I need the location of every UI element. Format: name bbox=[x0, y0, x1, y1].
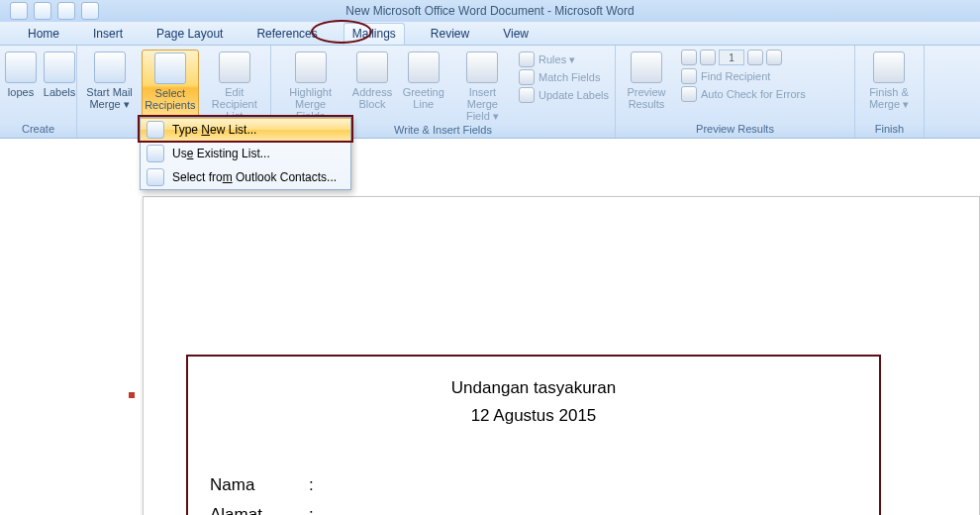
outlook-contacts-icon bbox=[147, 168, 164, 186]
greeting-line-label: Greeting Line bbox=[403, 86, 444, 110]
labels-icon bbox=[44, 52, 75, 83]
select-recipients-button[interactable]: Select Recipients ▾ bbox=[142, 50, 198, 124]
title-bar: New Microsoft Office Word Document - Mic… bbox=[0, 0, 980, 22]
menu-use-existing-list[interactable]: Use Existing List... bbox=[141, 142, 350, 165]
tab-insert[interactable]: Insert bbox=[85, 24, 131, 45]
window-title: New Microsoft Office Word Document - Mic… bbox=[345, 4, 634, 18]
invitation-title: Undangan tasyakuran bbox=[210, 374, 857, 402]
last-record-icon[interactable] bbox=[766, 50, 782, 65]
auto-check-icon bbox=[681, 86, 697, 102]
rules-label: Rules ▾ bbox=[539, 53, 575, 66]
preview-results-button[interactable]: Preview Results bbox=[622, 50, 671, 110]
invitation-box: Undangan tasyakuran 12 Agustus 2015 Nama… bbox=[186, 355, 881, 515]
tab-review[interactable]: Review bbox=[423, 24, 477, 45]
menu-select-outlook-contacts[interactable]: Select from Outlook Contacts... bbox=[141, 165, 350, 189]
highlight-merge-fields-button[interactable]: Highlight Merge Fields bbox=[277, 50, 343, 122]
update-labels-label: Update Labels bbox=[539, 89, 609, 101]
start-mail-merge-icon bbox=[94, 52, 126, 83]
nama-colon: : bbox=[309, 475, 314, 495]
edit-recipient-list-icon bbox=[219, 52, 250, 83]
envelope-icon bbox=[5, 52, 37, 83]
address-block-button[interactable]: Address Block bbox=[349, 50, 395, 110]
document-area: Undangan tasyakuran 12 Agustus 2015 Nama… bbox=[0, 166, 980, 515]
greeting-line-icon bbox=[408, 52, 440, 83]
envelopes-label: lopes bbox=[8, 86, 34, 98]
preview-results-icon bbox=[631, 52, 662, 83]
invitation-date: 12 Agustus 2015 bbox=[210, 402, 857, 430]
menu-type-new-list[interactable]: Type New List... bbox=[141, 118, 350, 142]
highlight-icon bbox=[295, 52, 327, 83]
greeting-line-button[interactable]: Greeting Line bbox=[401, 50, 446, 110]
envelopes-button[interactable]: lopes bbox=[6, 50, 36, 98]
ribbon-tabs: Home Insert Page Layout References Maili… bbox=[0, 22, 980, 46]
insert-merge-field-label: Insert Merge Field ▾ bbox=[454, 86, 511, 122]
tab-view[interactable]: View bbox=[495, 24, 537, 45]
alamat-label: Alamat bbox=[210, 505, 309, 515]
finish-merge-button[interactable]: Finish & Merge ▾ bbox=[861, 50, 917, 110]
update-labels-button[interactable]: Update Labels bbox=[519, 87, 609, 103]
qat-dropdown-icon[interactable] bbox=[81, 2, 99, 20]
nama-label: Nama bbox=[210, 475, 309, 495]
tab-references[interactable]: References bbox=[248, 24, 325, 45]
redo-icon[interactable] bbox=[57, 2, 75, 20]
prev-record-icon[interactable] bbox=[700, 50, 716, 65]
select-recipients-menu: Type New List... Use Existing List... Se… bbox=[140, 117, 351, 190]
labels-button[interactable]: Labels bbox=[42, 50, 77, 98]
address-block-label: Address Block bbox=[351, 86, 393, 110]
rules-icon bbox=[519, 52, 535, 67]
match-fields-label: Match Fields bbox=[539, 71, 600, 83]
tab-home[interactable]: Home bbox=[20, 24, 67, 45]
record-navigation: Find Recipient Auto Check for Errors bbox=[677, 50, 806, 102]
select-recipients-icon bbox=[154, 52, 186, 84]
match-fields-button[interactable]: Match Fields bbox=[519, 69, 609, 85]
labels-label: Labels bbox=[44, 86, 75, 98]
find-recipient-icon bbox=[681, 68, 697, 84]
find-recipient-button[interactable]: Find Recipient bbox=[681, 68, 806, 84]
undo-icon[interactable] bbox=[34, 2, 51, 20]
group-create-label: Create bbox=[6, 121, 70, 136]
auto-check-label: Auto Check for Errors bbox=[701, 88, 806, 100]
edit-recipient-list-button[interactable]: Edit Recipient List bbox=[205, 50, 264, 122]
start-mail-merge-label: Start Mail Merge ▾ bbox=[85, 86, 134, 110]
record-number-input[interactable] bbox=[719, 50, 744, 65]
auto-check-button[interactable]: Auto Check for Errors bbox=[681, 86, 806, 102]
finish-merge-icon bbox=[873, 52, 905, 83]
find-recipient-label: Find Recipient bbox=[701, 70, 770, 82]
tab-page-layout[interactable]: Page Layout bbox=[148, 24, 231, 45]
group-finish-label: Finish bbox=[861, 121, 918, 136]
group-finish: Finish & Merge ▾ Finish bbox=[855, 46, 925, 138]
rules-button[interactable]: Rules ▾ bbox=[519, 52, 609, 67]
address-block-icon bbox=[356, 52, 388, 83]
insert-merge-field-icon bbox=[466, 52, 498, 83]
menu-use-existing-list-label: Use Existing List... bbox=[172, 147, 270, 160]
cursor-marker bbox=[129, 392, 135, 398]
group-preview-results: Preview Results Find Recipient Auto Chec… bbox=[616, 46, 855, 138]
insert-merge-field-button[interactable]: Insert Merge Field ▾ bbox=[452, 50, 513, 122]
finish-merge-label: Finish & Merge ▾ bbox=[863, 86, 915, 110]
preview-results-label: Preview Results bbox=[624, 86, 669, 110]
menu-outlook-label: Select from Outlook Contacts... bbox=[172, 170, 337, 184]
match-fields-icon bbox=[519, 69, 535, 85]
group-create: lopes Labels Create bbox=[0, 46, 77, 138]
save-icon[interactable] bbox=[10, 2, 28, 20]
tab-mailings[interactable]: Mailings bbox=[343, 23, 405, 45]
update-labels-icon bbox=[519, 87, 535, 103]
use-existing-list-icon bbox=[147, 145, 164, 162]
alamat-colon: : bbox=[309, 505, 314, 515]
group-preview-label: Preview Results bbox=[622, 121, 848, 136]
type-new-list-icon bbox=[147, 121, 164, 139]
menu-type-new-list-label: Type New List... bbox=[172, 123, 256, 137]
start-mail-merge-button[interactable]: Start Mail Merge ▾ bbox=[83, 50, 136, 110]
first-record-icon[interactable] bbox=[681, 50, 697, 65]
quick-access-toolbar bbox=[0, 2, 99, 20]
write-small-buttons: Rules ▾ Match Fields Update Labels bbox=[519, 50, 609, 103]
next-record-icon[interactable] bbox=[747, 50, 763, 65]
